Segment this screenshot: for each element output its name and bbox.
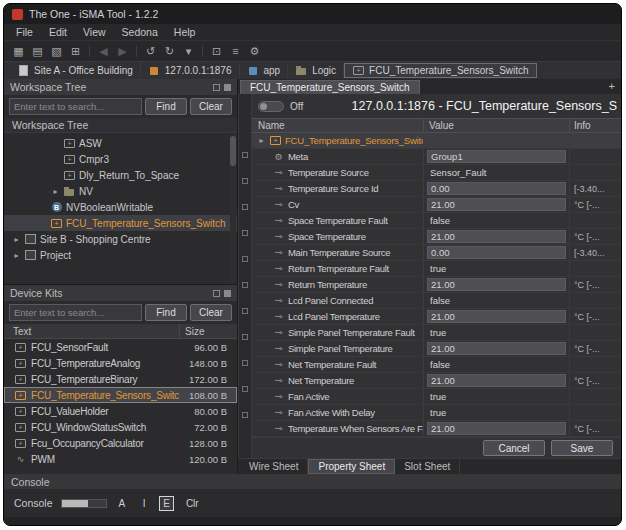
property-value[interactable]: 21.00 (427, 422, 566, 435)
tree-item[interactable]: NVBooleanWritable (4, 199, 237, 215)
component-group-row[interactable]: ▸ FCU_Temperature_Sensors_Switch (252, 133, 621, 149)
console-filter-button[interactable]: Clr (182, 496, 203, 511)
kit-row[interactable]: FCU_TemperatureBinary 172.00 B (4, 371, 237, 387)
toolbar-separator[interactable] (89, 45, 90, 57)
tree-scrollbar[interactable] (230, 134, 236, 283)
property-row[interactable]: Simple Panel Temperature Fault true (252, 325, 621, 341)
connect-icon[interactable]: ▦ (10, 43, 27, 59)
toolbar-separator[interactable] (202, 45, 203, 57)
property-row[interactable]: Return Temperature Fault true (252, 261, 621, 277)
property-row[interactable]: Space Temperature Fault false (252, 213, 621, 229)
collapse-panel-icon[interactable] (224, 84, 231, 91)
property-row[interactable]: Cv 21.00 °C [-... (252, 197, 621, 213)
scrollbar-thumb[interactable] (230, 136, 236, 166)
workspace-tree-root[interactable]: Workspace Tree (4, 118, 237, 133)
kit-row[interactable]: FCU_SensorFault 96.00 B (4, 339, 237, 355)
list-icon[interactable]: ≡ (227, 43, 244, 59)
property-value[interactable]: 21.00 (427, 342, 566, 355)
expander-icon[interactable]: ▸ (257, 136, 266, 145)
live-mode-toggle[interactable] (258, 101, 284, 112)
tree-item[interactable]: ASW (4, 135, 237, 151)
column-header-value[interactable]: Value (424, 119, 570, 132)
expander-icon[interactable]: ▸ (51, 187, 60, 196)
property-row[interactable]: Return Temperature 21.00 °C [-... (252, 277, 621, 293)
property-value[interactable]: Group1 (427, 150, 566, 163)
kit-row[interactable]: FCU_TemperatureAnalog 148.00 B (4, 355, 237, 371)
expander-icon[interactable]: ▸ (12, 235, 21, 244)
menu-item[interactable]: Edit (41, 26, 75, 38)
panels-icon[interactable]: ▤ (29, 43, 46, 59)
workspace-search-input[interactable] (9, 98, 142, 115)
property-value[interactable]: true (427, 263, 449, 275)
column-header-text[interactable]: Text (4, 324, 180, 338)
tree-item[interactable]: ▸ Site B - Shopping Centre (4, 231, 237, 247)
console-filter-button[interactable]: E (159, 496, 174, 511)
pin-icon[interactable] (213, 84, 220, 91)
property-row[interactable]: Simple Panel Temperature 21.00 °C [-... (252, 341, 621, 357)
forward-icon[interactable]: ▶ (114, 43, 131, 59)
breadcrumb-item[interactable]: FCU_Temperature_Sensors_Switch (344, 63, 537, 78)
column-header-name[interactable]: Name (252, 119, 424, 132)
breadcrumb-item[interactable]: 127.0.0.1:1876 (141, 63, 240, 78)
back-icon[interactable]: ◀ (95, 43, 112, 59)
property-row[interactable]: Meta Group1 (252, 149, 621, 165)
property-value[interactable]: 21.00 (427, 278, 566, 291)
sheet-tab[interactable]: Wire Sheet (240, 459, 308, 474)
kit-row[interactable]: FCU_WindowStatusSwitch 72.00 B (4, 419, 237, 435)
tree-item[interactable]: ▸ NV (4, 183, 237, 199)
property-row[interactable]: Fan Active With Delay true (252, 405, 621, 421)
breadcrumb-item[interactable]: app (240, 63, 289, 78)
save-button[interactable]: Save (551, 440, 613, 456)
property-value[interactable]: 0.00 (427, 182, 566, 195)
property-value[interactable]: true (427, 327, 449, 339)
expander-icon[interactable]: ▸ (12, 251, 21, 260)
redo-icon[interactable]: ↻ (161, 43, 178, 59)
kit-row[interactable]: Fcu_OccupancyCalculator 128.00 B (4, 435, 237, 451)
breadcrumb-item[interactable]: Site A - Office Building (10, 63, 141, 78)
kits-search-input[interactable] (9, 304, 142, 321)
property-value[interactable]: false (427, 359, 453, 371)
breadcrumb-item[interactable]: Logic (288, 63, 344, 78)
workspace-find-button[interactable]: Find (145, 98, 187, 115)
console-filter-button[interactable]: A (115, 496, 130, 511)
pin-icon[interactable] (213, 290, 220, 297)
property-row[interactable]: Temperature Source Id 0.00 [-3.40... (252, 181, 621, 197)
property-value[interactable]: 0.00 (427, 246, 566, 259)
kit-row[interactable]: FCU_ValueHolder 80.00 B (4, 403, 237, 419)
kits-clear-button[interactable]: Clear (190, 304, 232, 321)
settings-icon[interactable]: ⚙ (246, 43, 263, 59)
kit-row[interactable]: PWM 120.00 B (4, 451, 237, 467)
menu-item[interactable]: Sedona (114, 26, 166, 38)
undo-icon[interactable]: ↺ (142, 43, 159, 59)
property-value[interactable]: Sensor_Fault (427, 167, 490, 179)
redo-dropdown-icon[interactable]: ▾ (180, 43, 197, 59)
property-value[interactable]: false (427, 215, 453, 227)
property-row[interactable]: Fan Active true (252, 389, 621, 405)
column-header-size[interactable]: Size (180, 326, 237, 337)
grid-icon[interactable]: ⊞ (67, 43, 84, 59)
property-value[interactable]: false (427, 295, 453, 307)
console-filter-button[interactable]: I (137, 496, 151, 511)
toolbar-separator[interactable] (136, 45, 137, 57)
tree-item[interactable]: ▸ Project (4, 247, 237, 263)
property-value[interactable]: 21.00 (427, 374, 566, 387)
copy-icon[interactable]: ⊡ (208, 43, 225, 59)
property-row[interactable]: Space Temperature 21.00 °C [-... (252, 229, 621, 245)
property-value[interactable]: 21.00 (427, 310, 566, 323)
property-row[interactable]: Net Temperature 21.00 °C [-... (252, 373, 621, 389)
tiles-icon[interactable]: ▧ (48, 43, 65, 59)
kit-row[interactable]: FCU_Temperature_Sensors_Switch 108.00 B (4, 387, 237, 403)
column-header-info[interactable]: Info (570, 120, 621, 131)
property-value[interactable]: 21.00 (427, 198, 566, 211)
property-value[interactable]: true (427, 391, 449, 403)
cancel-button[interactable]: Cancel (483, 440, 545, 456)
property-row[interactable]: Temperature Source Sensor_Fault (252, 165, 621, 181)
tree-item[interactable]: FCU_Temperature_Sensors_Switch (4, 215, 237, 231)
sheet-tab[interactable]: Slot Sheet (395, 459, 460, 474)
property-row[interactable]: Lcd Panel Temperature 21.00 °C [-... (252, 309, 621, 325)
add-tab-button[interactable]: + (609, 80, 615, 93)
property-value[interactable]: true (427, 407, 449, 419)
kits-find-button[interactable]: Find (145, 304, 187, 321)
property-row[interactable]: Lcd Panel Connected false (252, 293, 621, 309)
property-row[interactable]: Temperature When Sensors Are Fault 21.00… (252, 421, 621, 437)
